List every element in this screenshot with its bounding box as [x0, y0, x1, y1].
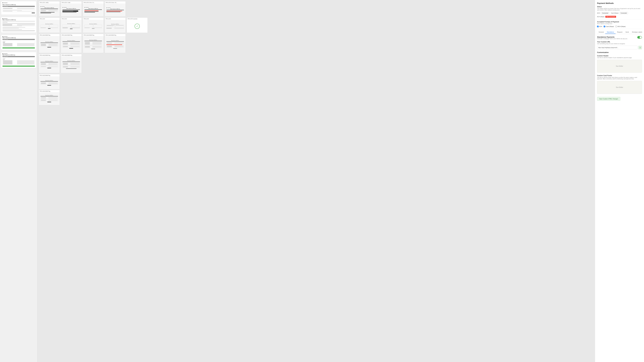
card-btn-1[interactable]	[32, 12, 35, 13]
tab-request[interactable]: Request	[616, 30, 624, 34]
grid-item-fps1573-sm1[interactable]: FPS-1573 Make a Payment to ACME Corp	[39, 17, 60, 33]
grid-item-fps1573-sm3[interactable]: FPS-1573 Make a Payment to ACME Corp	[83, 17, 104, 33]
card-amount-label: Payment Amount	[2, 22, 35, 22]
grid-item-label: FPS-1612/1608 Pay...	[105, 34, 126, 36]
grid-item-preview: Make a Payment to ACME Corp	[39, 20, 60, 33]
grid-item-preview: Make a Payment to ACME Corp	[39, 36, 60, 53]
custom-url-title: Your Custom URL	[597, 41, 642, 43]
card-pay-btn-4[interactable]	[2, 66, 35, 67]
custom-card-footer-desc: Use this to edit the footer that shows u…	[597, 77, 642, 80]
thumbnail-card-4[interactable]: Make Payment to ACME Corp Review Payment…	[1, 52, 36, 68]
grid-item-fps1573-sm4[interactable]: FPS-1573 Make a Payment to ACME Corp	[105, 17, 126, 33]
custom-url-input[interactable]	[597, 46, 638, 49]
grid-row-3: FPS-1612/1608 Pay... Make a Payment to A…	[39, 34, 594, 53]
url-input-row	[597, 46, 642, 49]
grid-row-2: FPS-1573 Make a Payment to ACME Corp FPS…	[39, 17, 594, 33]
grid-item-preview: Make a Payment to ACME Corp	[105, 3, 126, 16]
grid-item-preview: Make a Payment to ACME Corp	[83, 20, 104, 33]
grid-item-label: FPS-1573	[83, 18, 104, 20]
grid-item-label: FPS-1573: Code	[61, 1, 82, 3]
custom-card-footer-title: Custom Card Footer	[597, 75, 642, 76]
status-row: ACH: Connected Card (Stripe): Connected …	[597, 12, 642, 18]
grid-row-4: FPS-1612/1608 Pay... Make a Payment to A…	[39, 54, 594, 73]
grid-item-fps1573-success[interactable]: FPS-1573 success ✓	[127, 17, 148, 33]
grid-item-label: FPS-1573 success	[127, 18, 148, 20]
grid-item-fps1573-error-ch[interactable]: FPS-1573: Error: Ch... Make a Payment to…	[105, 1, 126, 16]
grid-item-fps1612-4[interactable]: FPS-1612/1608 Pay... Make a Payment to A…	[105, 34, 126, 53]
grid-item-fps1612-6[interactable]: FPS-1612/1608 Pay... Make a Payment to A…	[61, 54, 82, 73]
thumbnail-card-3[interactable]: Make a Payment to ACME Corp Review Payme…	[1, 35, 36, 50]
ach-stripe-status-item: ACH (Stripe): Not Connected	[597, 16, 616, 18]
grid-item-label: FPS-1612/1608 Pay...	[39, 34, 60, 36]
grid-item-label: FPS-1612/1608 Pay...	[61, 54, 82, 56]
grid-item-fps1612-1[interactable]: FPS-1612/1608 Pay... Make a Payment to A…	[39, 34, 60, 53]
card-form-section-2	[2, 10, 35, 12]
custom-header-editor[interactable]: Sun-Editor	[597, 60, 642, 73]
custom-header-editor-label: Sun-Editor	[616, 65, 623, 67]
tab-send[interactable]: Send	[624, 30, 630, 34]
grid-item-fps1612-5[interactable]: FPS-1612/1608 Pay... Make a Payment to A…	[39, 54, 60, 73]
custom-header-section: Custom Header Use this to edit the heade…	[597, 55, 642, 73]
save-custom-html-button[interactable]: Save Custom HTML Changes	[597, 97, 620, 101]
card-step-3: Review Payment	[3, 39, 8, 40]
grid-item-preview: Make a Payment to ACME Corp	[61, 3, 82, 16]
card-review-section: Amount $1.00	[2, 40, 35, 47]
grid-item-label: FPS-1573	[105, 18, 126, 20]
grid-item-preview: Make a Payment to ACME Corp	[39, 56, 60, 73]
grid-item-preview: Make a Payment to ACME Corp	[61, 36, 82, 53]
middle-panel: FPS-1573: Verify Make a Payment to ACME …	[38, 0, 595, 362]
divider-2	[597, 29, 642, 29]
accepted-forms-row: ACH Card (Stripe) ACH (Stripe)	[597, 26, 642, 27]
grid-item-preview: Make a Payment to ACME Corp	[61, 56, 82, 73]
grid-item-fps1573-error-co[interactable]: FPS-1573: Erro: Co... Make a Payment to …	[83, 1, 104, 16]
grid-item-label: FPS-1612/1608 Pay...	[39, 74, 60, 76]
grid-item-label: FPS-1612/1608 Pay...	[39, 90, 60, 92]
card-stripe-label: Card (Stripe):	[611, 12, 619, 14]
thumbnail-card-1[interactable]: Make a Payment to ACME Corp Payment Deta…	[1, 1, 36, 15]
standalone-desc: Generate a webpage where your clients ca…	[597, 38, 628, 39]
card-title-2: Make a Payment to ACME Corp	[2, 19, 35, 20]
grid-item-label: FPS-1573: Erro: Co...	[83, 1, 104, 3]
tab-shortpay-labels[interactable]: Shortpay Labels	[630, 30, 644, 34]
card-title-4: Make Payment to ACME Corp	[2, 54, 35, 55]
grid-item-fps1612-2[interactable]: FPS-1612/1608 Pay... Make a Payment to A…	[61, 34, 82, 53]
ach-stripe-checkbox-item[interactable]: ACH (Stripe)	[616, 26, 626, 27]
card-stripe-checkbox-item[interactable]: Card (Stripe)	[604, 26, 614, 27]
divider-1	[597, 19, 642, 19]
grid-item-preview: Make a Payment to ACME Corp	[83, 36, 104, 53]
right-panel-title: Payment Methods	[597, 2, 642, 4]
custom-card-footer-editor[interactable]: Sun-Editor	[597, 81, 642, 94]
grid-item-label: FPS-1573: Error: Ch...	[105, 1, 126, 3]
grid-item-fps1573-code[interactable]: FPS-1573: Code Make a Payment to ACME Co…	[61, 1, 82, 16]
left-panel: Make a Payment to ACME Corp Payment Deta…	[0, 0, 38, 362]
grid-item-preview: Make a Payment to ACME Corp	[83, 3, 104, 16]
standalone-title: Standalone Payments	[597, 36, 628, 38]
grid-item-preview: ✓	[127, 20, 148, 33]
card-stripe-checkbox[interactable]	[604, 26, 605, 27]
grid-item-fps1612-8[interactable]: FPS-1612/1608 Pay... Make a Payment to A…	[39, 90, 60, 105]
custom-url-section: Your Custom URL Use something easy for y…	[597, 41, 642, 49]
grid-item-fps1573-sm2[interactable]: FPS-1573 Make a Payment to ACME Corp	[61, 17, 82, 33]
ach-checkbox[interactable]	[597, 26, 599, 27]
custom-header-title: Custom Header	[597, 55, 642, 57]
accepted-forms-title: Accepted Form(s) of Payment	[597, 21, 642, 23]
grid-item-preview: Make a Payment to ACME Corp	[105, 20, 126, 33]
grid-item-fps1612-3[interactable]: FPS-1612/1608 Pay... Make a Payment to A…	[83, 34, 104, 53]
grid-item-fps1612-7[interactable]: FPS-1612/1608 Pay... Make a Payment to A…	[39, 74, 60, 89]
tab-general[interactable]: General	[597, 30, 605, 34]
right-panel: Payment Methods Status This Status will …	[595, 0, 644, 362]
copy-url-button[interactable]	[638, 46, 642, 49]
standalone-toggle[interactable]	[637, 36, 642, 39]
ach-status-item: ACH: Connected	[597, 12, 609, 14]
thumbnail-card-2[interactable]: Make a Payment to ACME Corp Payment Amou…	[1, 17, 36, 33]
card-title-1: Make a Payment to ACME Corp	[2, 4, 35, 5]
grid-item-fps1573-verify[interactable]: FPS-1573: Verify Make a Payment to ACME …	[39, 1, 60, 16]
ach-stripe-checkbox[interactable]	[616, 26, 617, 27]
grid-item-label: FPS-1612/1608 Pay...	[61, 34, 82, 36]
ach-checkbox-item[interactable]: ACH	[597, 26, 602, 27]
card-pay-btn-3[interactable]	[2, 47, 35, 48]
ach-stripe-status-badge: Not Connected	[605, 16, 616, 18]
card-review-section-4: Amount $1.00	[2, 58, 35, 65]
customization-title: Customization	[597, 51, 642, 53]
tab-standalone[interactable]: Standalone	[605, 30, 616, 34]
